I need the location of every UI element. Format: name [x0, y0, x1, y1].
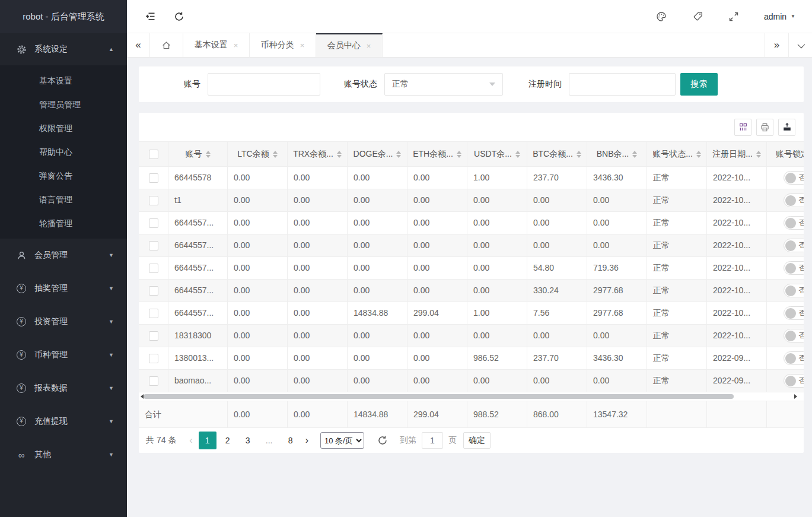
row-checkbox[interactable] [149, 354, 158, 363]
goto-page-input[interactable] [422, 432, 443, 449]
sidebar-item-lottery-management[interactable]: ¥ 抽奖管理 ▼ [0, 272, 127, 305]
register-date-cell: 2022-09... [707, 370, 767, 392]
sidebar-item-permission-management[interactable]: 权限管理 [0, 116, 127, 140]
table-header-cell[interactable]: ETH余额... [407, 142, 467, 166]
account-lock-toggle[interactable]: 否 [784, 329, 804, 342]
columns-icon [738, 122, 748, 132]
table-row: t1 0.00 0.00 0.00 0.00 0.00 0.00 0.00 正常 [139, 189, 804, 212]
tab-currency-category[interactable]: 币种分类 × [250, 33, 316, 57]
sidebar-item-popup-notice[interactable]: 弹窗公告 [0, 164, 127, 188]
page-3[interactable]: 3 [239, 432, 257, 449]
sidebar-item-recharge-withdraw[interactable]: ¥ 充值提现 ▼ [0, 405, 127, 438]
page-2[interactable]: 2 [219, 432, 237, 449]
account-lock-toggle[interactable]: 否 [784, 239, 804, 252]
sort-icon[interactable] [756, 151, 761, 158]
sidebar-item-investment-management[interactable]: ¥ 投资管理 ▼ [0, 305, 127, 338]
sort-icon[interactable] [396, 151, 401, 158]
table-header-cell[interactable]: 账号状态... [647, 142, 707, 166]
user-menu[interactable]: admin ▼ [764, 12, 795, 21]
tab-member-center[interactable]: 会员中心 × [316, 33, 383, 57]
account-input[interactable] [208, 73, 320, 96]
account-lock-toggle[interactable]: 否 [784, 351, 804, 365]
scrollbar-thumb[interactable] [144, 394, 734, 399]
sidebar-item-report-data[interactable]: ¥ 报表数据 ▼ [0, 372, 127, 405]
sidebar-item-admin-management[interactable]: 管理员管理 [0, 93, 127, 116]
row-checkbox[interactable] [149, 376, 158, 386]
row-checkbox[interactable] [149, 241, 158, 250]
tabs-scroll-left-icon[interactable]: « [127, 33, 150, 57]
table-header-cell[interactable]: 账号锁定 [767, 142, 804, 166]
btc-balance-cell: 54.80 [527, 257, 587, 280]
row-checkbox[interactable] [149, 173, 158, 183]
sidebar-item-carousel-management[interactable]: 轮播管理 [0, 211, 127, 235]
sort-icon[interactable] [632, 151, 637, 158]
search-button[interactable]: 搜索 [680, 73, 718, 96]
close-icon[interactable]: × [367, 42, 371, 50]
next-page-icon[interactable]: › [305, 435, 308, 446]
sort-icon[interactable] [337, 151, 342, 158]
home-tab[interactable] [150, 33, 183, 57]
usdt-balance-cell: 0.00 [467, 189, 527, 212]
export-button[interactable] [778, 119, 795, 136]
sidebar-item-basic-settings[interactable]: 基本设置 [0, 69, 127, 93]
table-header-cell[interactable]: DOGE余... [348, 142, 407, 166]
page-8[interactable]: 8 [282, 432, 300, 449]
refresh-table-icon[interactable] [377, 435, 388, 446]
row-checkbox[interactable] [149, 309, 158, 318]
account-lock-toggle[interactable]: 否 [784, 261, 804, 275]
table-header-cell[interactable]: LTC余额 [228, 142, 288, 166]
sidebar-item-other[interactable]: ∞ 其他 ▼ [0, 438, 127, 471]
table-header-cell[interactable]: BTC余额... [527, 142, 587, 166]
account-lock-toggle[interactable]: 否 [784, 216, 804, 230]
row-checkbox[interactable] [149, 264, 158, 273]
table-header-cell[interactable]: TRX余额... [288, 142, 348, 166]
tab-basic-settings[interactable]: 基本设置 × [183, 33, 250, 57]
page-1[interactable]: 1 [199, 432, 216, 449]
sort-icon[interactable] [206, 151, 211, 158]
sidebar-item-help-center[interactable]: 帮助中心 [0, 140, 127, 164]
sort-icon[interactable] [273, 151, 278, 158]
regtime-input[interactable] [569, 73, 676, 96]
table-header-cell[interactable]: BNB余... [587, 142, 647, 166]
sidebar-item-system-settings[interactable]: 系统设定 ▲ [0, 33, 127, 65]
prev-page-icon[interactable]: ‹ [189, 435, 192, 446]
table-header-cell[interactable]: 账号 [168, 142, 228, 166]
account-lock-toggle[interactable]: 否 [784, 306, 804, 320]
row-checkbox[interactable] [149, 331, 158, 341]
page-size-select[interactable]: 10 条/页 [320, 432, 364, 449]
sort-icon[interactable] [696, 151, 701, 158]
theme-palette-icon[interactable] [655, 11, 667, 23]
scroll-right-arrow-icon[interactable] [794, 394, 797, 399]
sidebar-item-currency-management[interactable]: ¥ 币种管理 ▼ [0, 338, 127, 372]
row-checkbox[interactable] [149, 218, 158, 228]
print-button[interactable] [756, 119, 773, 136]
account-lock-toggle[interactable]: 否 [784, 194, 804, 207]
tabs-scroll-right-icon[interactable]: » [765, 33, 788, 57]
tabs-menu-icon[interactable] [788, 33, 812, 57]
row-checkbox[interactable] [149, 196, 158, 205]
column-filter-button[interactable] [734, 119, 752, 136]
sort-icon[interactable] [515, 151, 520, 158]
account-lock-toggle[interactable]: 否 [784, 374, 804, 388]
btc-balance-cell: 0.00 [527, 189, 587, 212]
sidebar-item-language-management[interactable]: 语言管理 [0, 188, 127, 211]
account-lock-toggle[interactable]: 否 [784, 171, 804, 185]
select-all-checkbox[interactable] [149, 150, 158, 159]
sidebar-item-member-management[interactable]: 会员管理 ▼ [0, 239, 127, 272]
table-header-cell[interactable]: USDT余... [467, 142, 527, 166]
close-icon[interactable]: × [300, 41, 305, 50]
table-header-cell[interactable]: 注册日期... [707, 142, 767, 166]
sort-icon[interactable] [457, 151, 461, 158]
row-checkbox[interactable] [149, 286, 158, 296]
account-lock-toggle[interactable]: 否 [784, 284, 804, 297]
confirm-button[interactable]: 确定 [463, 432, 491, 449]
sort-icon[interactable] [577, 151, 581, 158]
tag-icon[interactable] [692, 11, 703, 22]
fullscreen-icon[interactable] [728, 11, 739, 22]
collapse-sidebar-icon[interactable] [145, 11, 156, 21]
refresh-icon[interactable] [174, 11, 184, 22]
table-body: 66445578 0.00 0.00 0.00 0.00 1.00 237.70… [139, 167, 804, 392]
status-select[interactable]: 正常 [384, 73, 503, 96]
close-icon[interactable]: × [234, 41, 238, 50]
chevron-down-icon: ▼ [109, 252, 114, 258]
